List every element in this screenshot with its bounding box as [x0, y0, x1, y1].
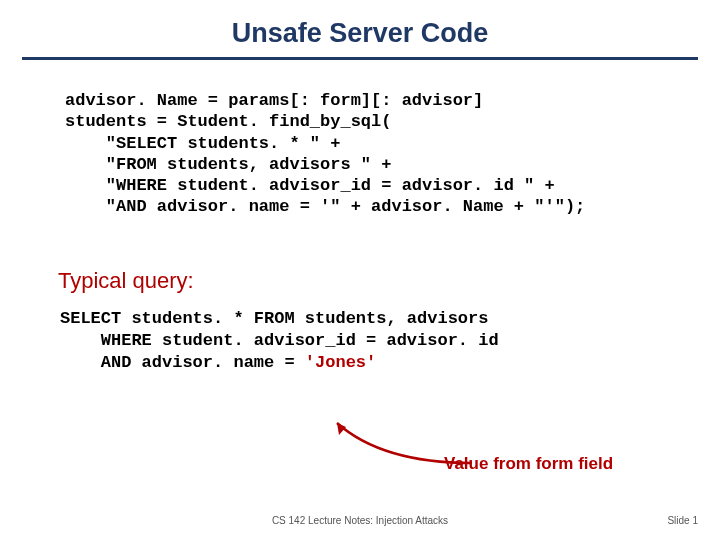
code-line: SELECT students. * FROM students, adviso… [60, 309, 488, 328]
jones-value: 'Jones' [305, 353, 376, 372]
code-line: WHERE student. advisor_id = advisor. id [60, 331, 499, 350]
annotation-label: Value from form field [444, 454, 613, 474]
typical-query-label: Typical query: [58, 268, 720, 294]
code-line: advisor. Name = params[: form][: advisor… [65, 91, 483, 110]
title-rule [22, 57, 698, 60]
slide-number: Slide 1 [667, 515, 698, 526]
code-line: "SELECT students. * " + [65, 134, 340, 153]
query-code-block: SELECT students. * FROM students, adviso… [60, 308, 720, 374]
page-title: Unsafe Server Code [0, 0, 720, 49]
code-line: students = Student. find_by_sql( [65, 112, 391, 131]
code-line: "FROM students, advisors " + [65, 155, 391, 174]
server-code-block: advisor. Name = params[: form][: advisor… [65, 90, 720, 218]
slide: Unsafe Server Code advisor. Name = param… [0, 0, 720, 540]
code-line: "AND advisor. name = '" + advisor. Name … [65, 197, 585, 216]
code-line: "WHERE student. advisor_id = advisor. id… [65, 176, 555, 195]
code-line: AND advisor. name = 'Jones' [60, 353, 376, 372]
footer-note: CS 142 Lecture Notes: Injection Attacks [0, 515, 720, 526]
